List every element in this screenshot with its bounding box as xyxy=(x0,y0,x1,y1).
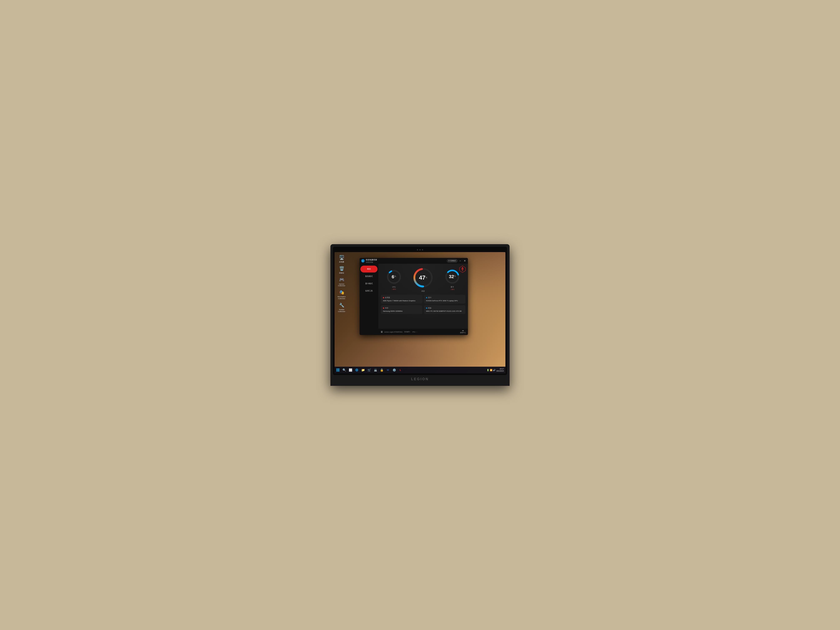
game-center-label: 游戏中心 xyxy=(460,332,466,334)
gpu-gauge: 32% 显卡 ↓ 39°C xyxy=(444,268,461,291)
taskbar-task-view[interactable]: ⬜ xyxy=(347,367,353,373)
svg-marker-2 xyxy=(461,268,464,272)
taskbar-search[interactable]: 🔍 xyxy=(341,367,347,373)
gpu-temp: ↓ 39°C xyxy=(450,289,455,291)
gpu-mode-label: 显卡模式 xyxy=(365,283,373,284)
window-subtitle: 游戏定制版 xyxy=(366,261,377,263)
start-button[interactable] xyxy=(335,368,340,373)
desktop-icons: 🖥️ 此电脑 🗑️ 回收站 🎮 Games Collection 🎭 Recre… xyxy=(336,254,347,313)
clock-date: 2021/6/15 xyxy=(496,370,504,372)
memory-gauge-value: 47% xyxy=(419,275,427,281)
sidebar-item-gpu-mode[interactable]: 显卡模式 xyxy=(360,280,377,287)
taskbar-lenovo[interactable]: L xyxy=(398,367,403,373)
this-pc-icon: 🖥️ xyxy=(338,254,345,261)
recreation-collection-label: Recreation Collection xyxy=(337,296,347,300)
memory-card-title: 内存 xyxy=(383,307,420,309)
cpu-value: 6 xyxy=(392,274,394,279)
recycle-bin-icon: 🗑️ xyxy=(338,265,345,272)
sidebar-item-tools[interactable]: 实用工具 xyxy=(360,287,377,294)
footer-model: Lenovo Legion R7000P2021 xyxy=(384,331,403,333)
classic-mode-button[interactable]: ⚙ 经典模式 xyxy=(447,259,458,262)
desktop-icon-recycle-bin[interactable]: 🗑️ 回收站 xyxy=(336,265,347,275)
gauges-row: 6% CPU ↓ 53°C xyxy=(381,266,466,292)
footer-serial-value: PF2······ xyxy=(412,331,418,333)
storage-card-dot xyxy=(426,308,427,309)
games-collection-icon: 🎮 xyxy=(338,276,345,283)
laptop-bottom: LEGION xyxy=(333,375,507,383)
battery-icon: 🔋 xyxy=(487,369,489,371)
screen-bezel: 🖥️ 此电脑 🗑️ 回收站 🎮 Games Collection 🎭 Recre… xyxy=(333,247,507,375)
laptop: 🖥️ 此电脑 🗑️ 回收站 🎮 Games Collection 🎭 Recre… xyxy=(330,244,510,386)
camera-right-dot xyxy=(422,249,423,250)
lenovo-vantage-window: L 联想电脑管家 游戏定制版 ⚙ 经典模式 − ✕ xyxy=(360,258,468,335)
overview-label: 概览 xyxy=(367,268,371,270)
window-footer: 🖥 Lenovo Legion R7000P2021 主机编号： PF2····… xyxy=(378,329,468,335)
main-content: 6% CPU ↓ 53°C xyxy=(378,264,468,335)
desktop-icon-this-pc[interactable]: 🖥️ 此电脑 xyxy=(336,254,347,264)
taskbar-lock[interactable]: 🔒 xyxy=(379,367,385,373)
memory-value: 47 xyxy=(419,275,425,281)
heat-label: 散热模式 xyxy=(365,275,373,277)
this-pc-label: 此电脑 xyxy=(339,261,344,263)
toolkits-collection-icon: 🔧 xyxy=(338,302,345,308)
gpu-gauge-value: 32% xyxy=(449,275,456,279)
window-title-left: L 联想电脑管家 游戏定制版 xyxy=(361,259,377,263)
toolkits-collection-label: Toolkits Collection xyxy=(337,309,347,313)
taskbar-edge[interactable]: 🌐 xyxy=(354,367,360,373)
close-button[interactable]: ✕ xyxy=(463,259,467,263)
storage-card: 硬盘 WDC PC SN730 SDBPNTY-512G-1101 476 GB xyxy=(424,305,466,314)
system-tray-icons: 🔋 📶 🔊 xyxy=(487,369,496,371)
camera-left-dot xyxy=(417,249,418,250)
desktop-icon-games-collection[interactable]: 🎮 Games Collection xyxy=(336,276,347,287)
taskbar-clock[interactable]: 19:17 2021/6/15 xyxy=(496,368,504,372)
gpu-temp-arrow: ↓ xyxy=(450,289,451,291)
gpu-temp-value: 39°C xyxy=(451,289,455,290)
cpu-unit: % xyxy=(394,275,396,277)
taskbar-settings[interactable]: ⚙️ xyxy=(391,367,397,373)
taskbar-right: 🔋 📶 🔊 19:17 2021/6/15 xyxy=(487,368,505,372)
window-body: 概览 散热模式 显卡模式 实用工具 xyxy=(360,264,468,335)
classic-mode-label: 经典模式 xyxy=(450,260,456,262)
window-title-block: 联想电脑管家 游戏定制版 xyxy=(366,259,377,263)
cpu-gauge: 6% CPU ↓ 53°C xyxy=(385,268,402,290)
gpu-card-title: 显卡 xyxy=(426,297,463,299)
minimize-button[interactable]: − xyxy=(458,259,462,263)
sidebar-item-overview[interactable]: 概览 xyxy=(360,265,377,273)
footer-serial-label: 主机编号： xyxy=(404,331,411,333)
taskbar-word[interactable]: W xyxy=(385,367,391,373)
win-sq-3 xyxy=(336,370,338,371)
storage-card-label: 硬盘 xyxy=(428,307,431,309)
sidebar: 概览 散热模式 显卡模式 实用工具 xyxy=(360,264,378,335)
gpu-value: 32 xyxy=(449,274,454,279)
gpu-card: 显卡 NVIDIA GeForce RTX 3050 Ti Laptop GPU xyxy=(424,295,466,303)
taskbar-vscode[interactable]: 💻 xyxy=(373,367,378,373)
info-grid: 处理器 AMD Ryzen 7 5800H with Radeon Graphi… xyxy=(381,295,466,314)
storage-card-title: 硬盘 xyxy=(426,307,463,309)
network-icon: 📶 xyxy=(490,369,492,371)
processor-title: 处理器 xyxy=(383,297,420,299)
processor-value: AMD Ryzen 7 5800H with Radeon Graphics xyxy=(383,300,420,302)
win-sq-2 xyxy=(338,368,339,370)
game-center-button[interactable]: 🎮 游戏中心 xyxy=(460,330,466,334)
window-titlebar: L 联想电脑管家 游戏定制版 ⚙ 经典模式 − ✕ xyxy=(360,258,468,264)
taskbar-store[interactable]: 🛒 xyxy=(366,367,372,373)
desktop-icon-toolkits-collection[interactable]: 🔧 Toolkits Collection xyxy=(336,302,347,313)
window-controls: ⚙ 经典模式 − ✕ xyxy=(447,259,467,263)
memory-card-dot xyxy=(383,308,384,309)
game-center-icon: 🎮 xyxy=(462,330,464,332)
classic-mode-icon: ⚙ xyxy=(448,260,450,262)
clock-time: 19:17 xyxy=(496,368,504,370)
memory-unit: % xyxy=(425,276,427,279)
gpu-gauge-circle: 32% xyxy=(444,268,461,285)
recreation-collection-icon: 🎭 xyxy=(338,289,345,295)
taskbar-explorer[interactable]: 📁 xyxy=(360,367,366,373)
memory-gauge: 47% 内存 xyxy=(412,266,434,292)
desktop-icon-recreation-collection[interactable]: 🎭 Recreation Collection xyxy=(336,289,347,300)
gpu-unit: % xyxy=(454,275,456,277)
lenovo-logo: L xyxy=(361,259,365,262)
sidebar-item-heat[interactable]: 散热模式 xyxy=(360,273,377,280)
computer-icon: 🖥 xyxy=(381,330,383,333)
storage-card-value: WDC PC SN730 SDBPNTY-512G-1101 476 GB xyxy=(426,310,463,312)
tools-label: 实用工具 xyxy=(365,290,373,292)
cpu-gauge-circle: 6% xyxy=(385,268,402,285)
